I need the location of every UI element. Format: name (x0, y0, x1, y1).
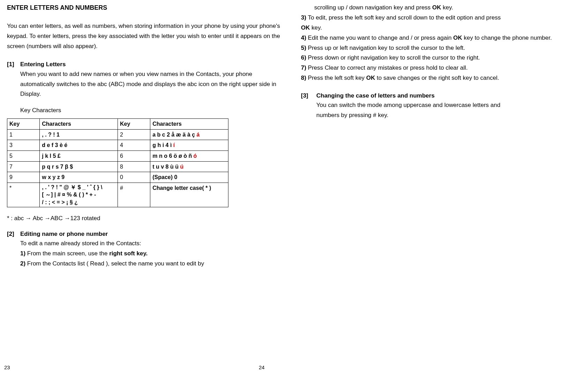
table-header-row: Key Characters Key Characters (7, 119, 228, 130)
table-row: 5 j k l 5 £ 6 m n o 6 ö ø ò ñ ó (7, 151, 228, 162)
section-3-body-1: You can switch the mode among uppercase … (316, 100, 574, 110)
cell-chars: d e f 3 è é (40, 140, 118, 151)
cell-chars: t u v 8 ù ü ú (150, 161, 228, 172)
section-1-title: Entering Letters (20, 60, 66, 69)
cell-key: # (118, 183, 150, 207)
cell-key: 9 (7, 172, 40, 183)
section-3-number: [3] (301, 91, 316, 100)
cell-chars: Change letter case( * ) (150, 183, 228, 207)
step-2-continuation: scrolling up / down navigation key and p… (314, 3, 574, 13)
left-page: ENTER LETTERS AND NUMBERS You can enter … (0, 0, 294, 371)
table-footnote: * : abc → Abc →ABC →123 rotated (7, 214, 280, 223)
cell-chars: p q r s 7 β $ (40, 161, 118, 172)
page-title: ENTER LETTERS AND NUMBERS (7, 3, 280, 13)
right-page: scrolling up / down navigation key and p… (294, 0, 588, 371)
cell-key: 1 (7, 129, 40, 140)
section-3-heading: [3] Changing the case of letters and num… (301, 91, 574, 100)
cell-key: * (7, 183, 40, 207)
intro-paragraph: You can enter letters, as well as number… (7, 21, 280, 52)
step-4: 4) Edit the name you want to change and … (301, 33, 574, 43)
header-key-1: Key (7, 119, 40, 130)
section-1-heading: [1] Entering Letters (7, 60, 280, 69)
cell-key: 0 (118, 172, 150, 183)
page-number-left: 23 (4, 364, 10, 370)
cell-chars: m n o 6 ö ø ò ñ ó (150, 151, 228, 162)
step-3: 3) To edit, press the left soft key and … (301, 13, 574, 33)
cell-key: 2 (118, 129, 150, 140)
step-7: 7) Press Clear to correct any mistakes o… (301, 63, 574, 73)
cell-chars: g h i 4 ì í (150, 140, 228, 151)
key-characters-table: Key Characters Key Characters 1 , . ? ! … (7, 118, 228, 207)
cell-key: 8 (118, 161, 150, 172)
table-row: * , . ' ? ! " @ ￥ $ _ ' ˆ { } \ [ ～] | #… (7, 183, 228, 207)
cell-chars: w x y z 9 (40, 172, 118, 183)
step-2: 2) From the Contacts list ( Read ), sele… (20, 259, 280, 269)
page-number-right: 24 (259, 364, 265, 370)
table-row: 1 , . ? ! 1 2 a b c 2 å æ ä à ç á (7, 129, 228, 140)
cell-chars: a b c 2 å æ ä à ç á (150, 129, 228, 140)
section-3-title: Changing the case of letters and numbers (316, 91, 435, 100)
section-2-heading: [2] Editing name or phone number (7, 229, 280, 239)
section-2-number: [2] (7, 229, 20, 239)
header-key-2: Key (118, 119, 150, 130)
cell-chars: (Space) 0 (150, 172, 228, 183)
step-6: 6) Press down or right navigation key to… (301, 53, 574, 63)
cell-key: 6 (118, 151, 150, 162)
step-5: 5) Press up or left navigation key to sc… (301, 43, 574, 53)
section-2-intro: To edit a name already stored in the Con… (20, 239, 280, 249)
section-2-title: Editing name or phone number (20, 229, 108, 239)
step-8: 8) Press the left soft key OK to save ch… (301, 73, 574, 83)
cell-chars: , . ' ? ! " @ ￥ $ _ ' ˆ { } \ [ ～] | # ¤… (40, 183, 118, 207)
table-row: 9 w x y z 9 0 (Space) 0 (7, 172, 228, 183)
cell-key: 5 (7, 151, 40, 162)
cell-chars: j k l 5 £ (40, 151, 118, 162)
section-1-body: When you want to add new names or when y… (20, 69, 280, 100)
step-1: 1) From the main screen, use the right s… (20, 249, 280, 259)
section-1-number: [1] (7, 60, 20, 69)
cell-key: 7 (7, 161, 40, 172)
table-row: 3 d e f 3 è é 4 g h i 4 ì í (7, 140, 228, 151)
cell-key: 4 (118, 140, 150, 151)
cell-chars: , . ? ! 1 (40, 129, 118, 140)
header-chars-1: Characters (40, 119, 118, 130)
table-row: 7 p q r s 7 β $ 8 t u v 8 ù ü ú (7, 161, 228, 172)
section-3-body-2: numbers by pressing # key. (316, 110, 574, 121)
cell-key: 3 (7, 140, 40, 151)
key-characters-label: Key Characters (20, 106, 280, 116)
header-chars-2: Characters (150, 119, 228, 130)
